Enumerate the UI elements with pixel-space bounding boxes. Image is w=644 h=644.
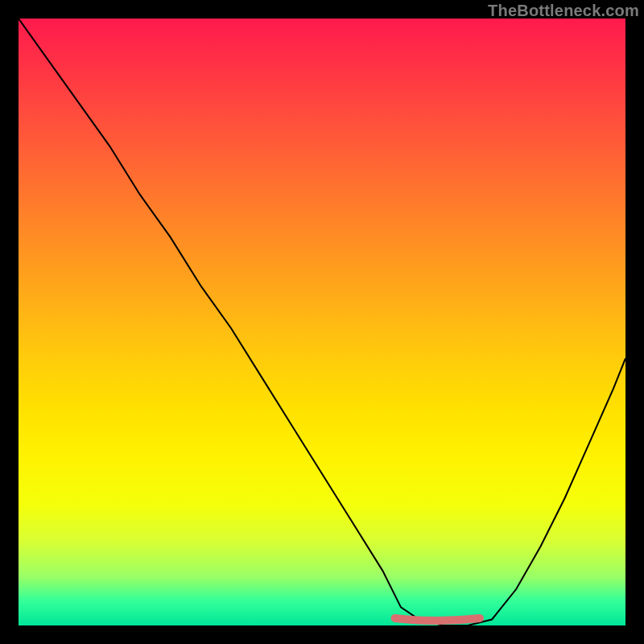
watermark-text: TheBottleneck.com bbox=[488, 2, 639, 20]
chart-svg bbox=[19, 19, 625, 625]
chart-container: TheBottleneck.com bbox=[0, 0, 644, 644]
optimal-flat-marker bbox=[395, 618, 481, 621]
plot-area bbox=[19, 19, 625, 625]
bottleneck-curve bbox=[19, 19, 625, 625]
